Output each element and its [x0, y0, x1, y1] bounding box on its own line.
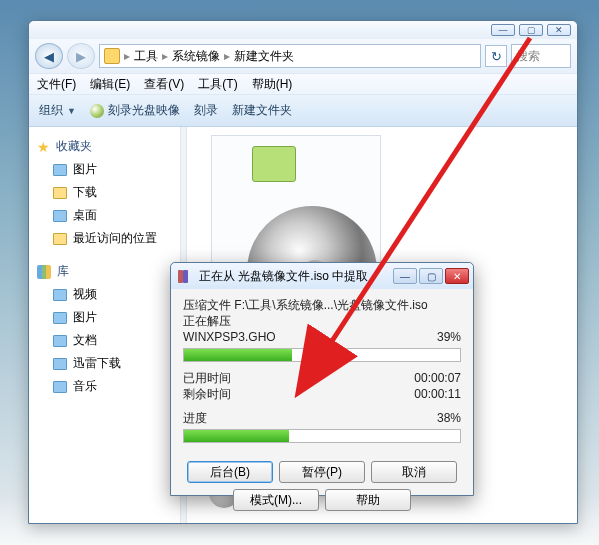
nav-back-button[interactable]: ◀ [35, 43, 63, 69]
folder-icon [53, 289, 67, 301]
breadcrumb-sep-icon: ▸ [224, 49, 230, 63]
toolbar-burn-image[interactable]: 刻录光盘映像 [90, 102, 180, 119]
toolbar-new-folder[interactable]: 新建文件夹 [232, 102, 292, 119]
sidebar-item-label: 桌面 [73, 207, 97, 224]
menu-edit[interactable]: 编辑(E) [90, 76, 130, 93]
sidebar: ★ 收藏夹 图片 下载 桌面 最近访问的位置 库 视频 图片 文档 迅雷下载 音… [29, 127, 181, 523]
elapsed-label: 已用时间 [183, 370, 231, 386]
sidebar-item-label: 最近访问的位置 [73, 230, 157, 247]
breadcrumb-sep-icon: ▸ [124, 49, 130, 63]
sidebar-item-label: 图片 [73, 161, 97, 178]
breadcrumb-seg[interactable]: 新建文件夹 [234, 48, 294, 65]
menu-tools[interactable]: 工具(T) [198, 76, 237, 93]
sidebar-item-label: 迅雷下载 [73, 355, 121, 372]
chevron-down-icon: ▼ [67, 106, 76, 116]
mode-button[interactable]: 模式(M)... [233, 489, 319, 511]
toolbar-record[interactable]: 刻录 [194, 102, 218, 119]
extract-dialog: 正在从 光盘镜像文件.iso 中提取 — ▢ ✕ 压缩文件 F:\工具\系统镜像… [170, 262, 474, 496]
archive-line: 压缩文件 F:\工具\系统镜像...\光盘镜像文件.iso [183, 297, 461, 313]
sidebar-item-documents[interactable]: 文档 [35, 329, 174, 352]
window-close-button[interactable]: ✕ [547, 24, 571, 36]
sidebar-item-desktop[interactable]: 桌面 [35, 204, 174, 227]
sidebar-head-label: 收藏夹 [56, 138, 92, 155]
folder-icon [53, 233, 67, 245]
winrar-icon [177, 268, 193, 284]
sidebar-item-label: 文档 [73, 332, 97, 349]
menu-file[interactable]: 文件(F) [37, 76, 76, 93]
sidebar-item-recent[interactable]: 最近访问的位置 [35, 227, 174, 250]
sidebar-item-video[interactable]: 视频 [35, 283, 174, 306]
sidebar-item-label: 视频 [73, 286, 97, 303]
window-maximize-button[interactable]: ▢ [519, 24, 543, 36]
background-button[interactable]: 后台(B) [187, 461, 273, 483]
star-icon: ★ [37, 139, 50, 155]
extracting-label: 正在解压 [183, 313, 461, 329]
folder-icon [252, 146, 296, 182]
sidebar-item-label: 图片 [73, 309, 97, 326]
menubar: 文件(F) 编辑(E) 查看(V) 工具(T) 帮助(H) [29, 73, 577, 95]
dialog-minimize-button[interactable]: — [393, 268, 417, 284]
sidebar-item-label: 音乐 [73, 378, 97, 395]
total-progress-bar [183, 429, 461, 443]
dialog-close-button[interactable]: ✕ [445, 268, 469, 284]
folder-icon [53, 312, 67, 324]
toolbar-label: 刻录光盘映像 [108, 102, 180, 119]
nav-forward-button[interactable]: ▶ [67, 43, 95, 69]
address-bar: ◀ ▶ ▸ 工具 ▸ 系统镜像 ▸ 新建文件夹 ↻ 搜索 [29, 39, 577, 73]
cancel-button[interactable]: 取消 [371, 461, 457, 483]
sidebar-item-label: 下载 [73, 184, 97, 201]
progress-label: 进度 [183, 410, 207, 426]
dialog-title: 正在从 光盘镜像文件.iso 中提取 [199, 268, 387, 285]
remain-value: 00:00:11 [414, 386, 461, 402]
folder-icon [53, 358, 67, 370]
breadcrumb-sep-icon: ▸ [162, 49, 168, 63]
current-file: WINXPSP3.GHO [183, 329, 276, 345]
dialog-maximize-button[interactable]: ▢ [419, 268, 443, 284]
folder-icon [104, 48, 120, 64]
sidebar-item-thunder[interactable]: 迅雷下载 [35, 352, 174, 375]
disc-icon [90, 104, 104, 118]
breadcrumb-seg[interactable]: 系统镜像 [172, 48, 220, 65]
folder-icon [53, 335, 67, 347]
breadcrumb-seg[interactable]: 工具 [134, 48, 158, 65]
menu-help[interactable]: 帮助(H) [252, 76, 293, 93]
folder-icon [53, 164, 67, 176]
refresh-button[interactable]: ↻ [485, 45, 507, 67]
help-button[interactable]: 帮助 [325, 489, 411, 511]
total-percent: 38% [437, 410, 461, 426]
toolbar-organize[interactable]: 组织 ▼ [39, 102, 76, 119]
sidebar-libraries-head[interactable]: 库 [35, 260, 174, 283]
sidebar-favorites-head[interactable]: ★ 收藏夹 [35, 135, 174, 158]
sidebar-item-downloads[interactable]: 下载 [35, 181, 174, 204]
libraries-icon [37, 265, 51, 279]
sidebar-item-pictures-lib[interactable]: 图片 [35, 306, 174, 329]
folder-icon [53, 381, 67, 393]
search-input[interactable]: 搜索 [511, 44, 571, 68]
sidebar-item-music[interactable]: 音乐 [35, 375, 174, 398]
dialog-titlebar[interactable]: 正在从 光盘镜像文件.iso 中提取 — ▢ ✕ [171, 263, 473, 289]
breadcrumb[interactable]: ▸ 工具 ▸ 系统镜像 ▸ 新建文件夹 [99, 44, 481, 68]
folder-icon [53, 187, 67, 199]
sidebar-head-label: 库 [57, 263, 69, 280]
menu-view[interactable]: 查看(V) [144, 76, 184, 93]
remain-label: 剩余时间 [183, 386, 231, 402]
pause-button[interactable]: 暂停(P) [279, 461, 365, 483]
window-titlebar[interactable]: — ▢ ✕ [29, 21, 577, 39]
window-minimize-button[interactable]: — [491, 24, 515, 36]
search-placeholder: 搜索 [516, 48, 540, 65]
file-progress-bar [183, 348, 461, 362]
sidebar-item-pictures[interactable]: 图片 [35, 158, 174, 181]
elapsed-value: 00:00:07 [414, 370, 461, 386]
file-percent: 39% [437, 329, 461, 345]
toolbar: 组织 ▼ 刻录光盘映像 刻录 新建文件夹 [29, 95, 577, 127]
toolbar-label: 组织 [39, 102, 63, 119]
folder-icon [53, 210, 67, 222]
